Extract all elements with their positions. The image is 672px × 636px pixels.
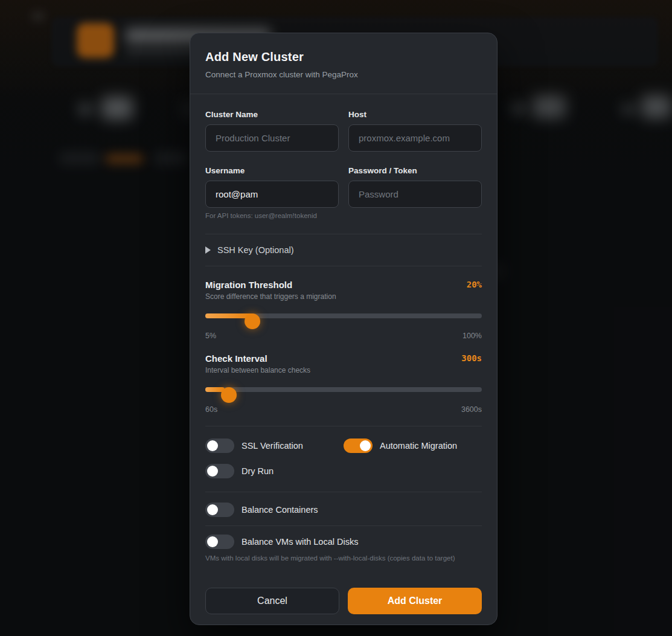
- balance-containers-label: Balance Containers: [242, 505, 318, 515]
- slider-thumb[interactable]: [245, 313, 260, 329]
- balance-containers-row: Balance Containers: [205, 492, 482, 517]
- modal-body: Cluster Name Host Username For API token…: [190, 94, 497, 614]
- modal-title: Add New Cluster: [205, 50, 482, 64]
- password-field: Password / Token: [348, 166, 482, 219]
- automatic-migration-toggle[interactable]: Automatic Migration: [344, 438, 482, 453]
- migration-threshold-slider[interactable]: [205, 313, 482, 318]
- switch-knob: [207, 536, 218, 547]
- ssh-key-section-toggle[interactable]: SSH Key (Optional): [205, 234, 482, 266]
- migration-threshold-max: 100%: [462, 332, 482, 340]
- ssh-key-label: SSH Key (Optional): [217, 245, 294, 255]
- cluster-name-input[interactable]: [205, 124, 339, 152]
- migration-threshold-section: Migration Threshold Score difference tha…: [205, 266, 482, 340]
- balance-vms-helper: VMs with local disks will be migrated wi…: [205, 553, 468, 564]
- options-toggles: SSL Verification Automatic Migration Dry…: [205, 426, 482, 478]
- add-cluster-button[interactable]: Add Cluster: [348, 588, 482, 614]
- balance-vms-label: Balance VMs with Local Disks: [242, 537, 358, 547]
- switch-knob: [207, 466, 218, 477]
- dry-run-toggle[interactable]: Dry Run: [205, 464, 344, 478]
- switch-knob: [207, 440, 218, 451]
- slider-track[interactable]: [205, 387, 482, 392]
- ssl-verification-label: SSL Verification: [242, 441, 303, 451]
- cluster-name-field: Cluster Name: [205, 110, 339, 152]
- switch-knob: [360, 440, 371, 451]
- balance-vms-toggle[interactable]: Balance VMs with Local Disks: [205, 535, 482, 549]
- modal-footer: Cancel Add Cluster: [205, 588, 482, 614]
- migration-threshold-title: Migration Threshold: [205, 280, 336, 290]
- migration-threshold-value: 20%: [467, 280, 482, 289]
- migration-threshold-description: Score difference that triggers a migrati…: [205, 292, 336, 301]
- migration-threshold-min: 5%: [205, 332, 216, 340]
- modal-subtitle: Connect a Proxmox cluster with PegaProx: [205, 70, 482, 79]
- username-input[interactable]: [205, 181, 339, 208]
- username-helper: For API tokens: user@realm!tokenid: [205, 212, 339, 219]
- username-field: Username For API tokens: user@realm!toke…: [205, 166, 339, 219]
- check-interval-description: Interval between balance checks: [205, 366, 310, 374]
- modal-header: Add New Cluster Connect a Proxmox cluste…: [190, 33, 497, 94]
- app-page: Add New Cluster Connect a Proxmox cluste…: [0, 0, 672, 636]
- check-interval-min: 60s: [205, 405, 217, 414]
- host-label: Host: [348, 110, 482, 119]
- username-label: Username: [205, 166, 339, 175]
- ssl-verification-switch[interactable]: [205, 438, 234, 453]
- automatic-migration-label: Automatic Migration: [380, 441, 457, 451]
- slider-thumb[interactable]: [221, 387, 237, 403]
- check-interval-value: 300s: [461, 353, 482, 363]
- cancel-button[interactable]: Cancel: [205, 588, 339, 614]
- host-field: Host: [348, 110, 482, 152]
- automatic-migration-switch[interactable]: [344, 438, 373, 453]
- host-input[interactable]: [348, 124, 482, 152]
- balance-vms-row: Balance VMs with Local Disks VMs with lo…: [205, 526, 482, 564]
- dry-run-label: Dry Run: [242, 466, 274, 476]
- check-interval-title: Check Interval: [205, 353, 310, 364]
- cluster-name-label: Cluster Name: [205, 110, 339, 119]
- switch-knob: [207, 504, 218, 515]
- check-interval-section: Check Interval Interval between balance …: [205, 340, 482, 414]
- balance-vms-switch[interactable]: [205, 535, 234, 549]
- balance-containers-switch[interactable]: [205, 503, 234, 517]
- balance-containers-toggle[interactable]: Balance Containers: [205, 503, 482, 517]
- check-interval-max: 3600s: [461, 405, 482, 414]
- password-input[interactable]: [348, 181, 482, 208]
- check-interval-slider[interactable]: [205, 387, 482, 392]
- password-label: Password / Token: [348, 166, 482, 175]
- dry-run-switch[interactable]: [205, 464, 234, 478]
- ssl-verification-toggle[interactable]: SSL Verification: [205, 438, 344, 453]
- triangle-right-icon: [205, 246, 211, 254]
- add-cluster-modal: Add New Cluster Connect a Proxmox cluste…: [190, 33, 498, 625]
